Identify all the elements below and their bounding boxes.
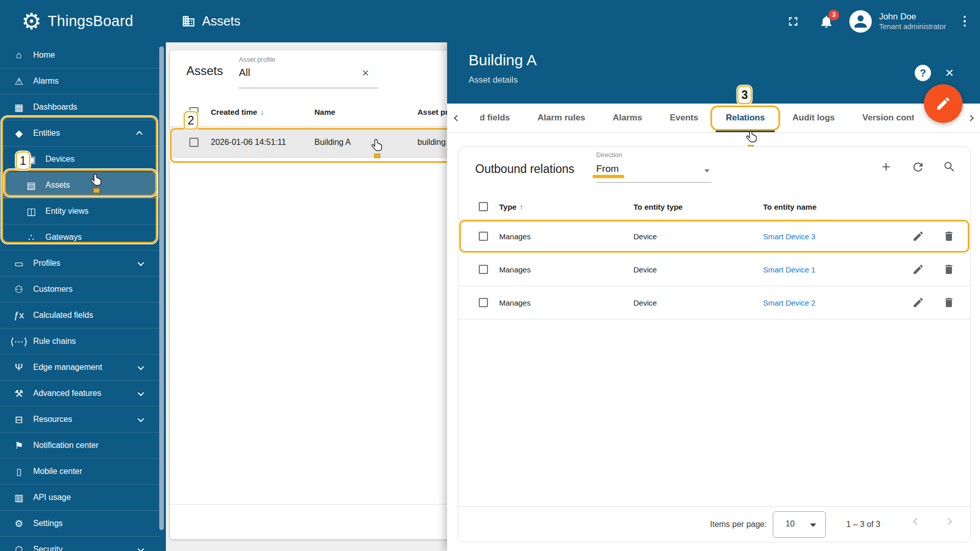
sidebar-item-label: Profiles <box>33 259 60 268</box>
column-header-type[interactable]: Type↑ <box>499 202 523 211</box>
column-header-to-entity-name[interactable]: To entity name <box>763 202 817 211</box>
refresh-icon <box>911 160 925 174</box>
sidebar-item-notification-center[interactable]: ⚑Notification center <box>0 433 160 459</box>
sidebar-item-label: Home <box>33 51 55 60</box>
tab-alarms[interactable]: Alarms <box>599 104 656 132</box>
relation-row[interactable]: ManagesDeviceSmart Device 2 <box>458 286 970 319</box>
sidebar-item-devices[interactable]: ▣Devices <box>0 146 160 172</box>
direction-value[interactable]: From <box>596 163 712 174</box>
notifications-button[interactable]: 3 <box>819 14 834 29</box>
sidebar-item-label: Resources <box>33 415 72 424</box>
tabs-scroll-left-button[interactable] <box>447 104 467 132</box>
relation-to-entity-name-link[interactable]: Smart Device 2 <box>763 298 816 307</box>
tab-events[interactable]: Events <box>656 104 712 132</box>
relation-to-entity-name-link[interactable]: Smart Device 1 <box>763 265 816 274</box>
sidebar-item-home[interactable]: ⌂Home <box>0 42 160 68</box>
sidebar-item-label: Security <box>33 545 63 551</box>
sidebar-item-label: Edge management <box>33 363 102 372</box>
sidebar-nav: ⌂Home⚠Alarms▦Dashboards◆Entities▣Devices… <box>0 42 166 551</box>
annotation-direction-underline <box>593 175 624 178</box>
more-menu-button[interactable] <box>961 13 969 30</box>
edit-relation-button[interactable] <box>912 263 924 276</box>
column-header-created-time[interactable]: Created time↓ <box>211 108 264 116</box>
sidebar-item-customers[interactable]: ⚇Customers <box>0 277 160 303</box>
help-button[interactable]: ? <box>915 65 931 81</box>
sidebar-item-alarms[interactable]: ⚠Alarms <box>0 68 160 94</box>
previous-page-button[interactable] <box>914 519 919 524</box>
row-checkbox[interactable] <box>479 298 488 307</box>
tab-label: Version control <box>863 113 914 123</box>
direction-select[interactable]: Direction From <box>596 151 712 174</box>
tab-relations[interactable]: Relations3 <box>712 104 779 132</box>
sidebar-item-gateways[interactable]: ∴Gateways <box>0 224 160 251</box>
column-header-name[interactable]: Name <box>314 108 335 116</box>
asset-created-time: 2026-01-06 14:51:11 <box>211 138 286 147</box>
resources-icon: ⊟ <box>11 414 27 425</box>
pencil-icon <box>912 230 924 242</box>
tab-label: Relations <box>726 113 765 123</box>
add-relation-button[interactable]: + <box>876 157 896 177</box>
pencil-icon <box>912 263 924 276</box>
page-title-group: Assets <box>182 0 240 42</box>
tabs-scroll-right-button[interactable] <box>961 104 980 132</box>
page-size-select[interactable]: 10 <box>773 511 826 538</box>
close-details-button[interactable]: × <box>945 65 953 81</box>
sidebar-item-security[interactable]: ☖Security <box>0 537 160 551</box>
refresh-button[interactable] <box>908 157 927 177</box>
edit-relation-button[interactable] <box>912 296 924 309</box>
sidebar-item-mobile-center[interactable]: ▯Mobile center <box>0 459 160 485</box>
sidebar-item-dashboards[interactable]: ▦Dashboards <box>0 94 160 120</box>
sidebar-scrollbar[interactable] <box>159 46 164 530</box>
avatar[interactable] <box>849 10 872 33</box>
delete-relation-button[interactable] <box>943 296 955 309</box>
next-page-button[interactable] <box>946 519 951 524</box>
relation-to-entity-name-link[interactable]: Smart Device 3 <box>763 232 816 241</box>
tab-audit-logs[interactable]: Audit logs <box>778 104 848 132</box>
sidebar-item-settings[interactable]: ⚙Settings <box>0 511 160 537</box>
sort-asc-icon: ↑ <box>520 202 524 211</box>
fullscreen-button[interactable] <box>786 14 800 29</box>
tab-alarm-rules[interactable]: Alarm rules <box>524 104 599 132</box>
asset-profile-filter-value[interactable]: All <box>239 67 382 79</box>
edit-relation-button[interactable] <box>912 230 924 242</box>
sidebar-item-calculated-fields[interactable]: ƒxCalculated fields <box>0 303 160 329</box>
sidebar-item-api-usage[interactable]: ▥API usage <box>0 485 160 511</box>
column-header-to-entity-type[interactable]: To entity type <box>633 202 682 211</box>
sidebar-item-entities[interactable]: ◆Entities <box>0 120 160 146</box>
sidebar-item-resources[interactable]: ⊟Resources <box>0 407 160 433</box>
calculated-fields-icon: ƒx <box>11 310 27 321</box>
sidebar-item-assets[interactable]: ▤Assets <box>0 172 160 198</box>
delete-relation-button[interactable] <box>943 263 955 276</box>
row-checkbox[interactable] <box>479 232 488 241</box>
sidebar-item-label: Alarms <box>33 77 59 86</box>
clear-filter-button[interactable]: × <box>362 66 369 80</box>
relation-row[interactable]: ManagesDeviceSmart Device 3 <box>458 220 970 253</box>
search-button[interactable] <box>940 157 959 177</box>
select-all-checkbox[interactable] <box>479 202 488 211</box>
relation-row[interactable]: ManagesDeviceSmart Device 1 <box>458 253 970 286</box>
notification-count-badge: 3 <box>828 10 839 20</box>
relations-table-header: Type↑ To entity type To entity name <box>458 193 970 220</box>
row-checkbox[interactable] <box>479 265 488 274</box>
sidebar-item-label: Assets <box>45 181 70 190</box>
sidebar-item-entity-views[interactable]: ◫Entity views <box>0 198 160 224</box>
asset-profile-filter[interactable]: Asset profile All <box>239 56 382 79</box>
user-name: John Doe <box>879 11 946 22</box>
tab-version-control[interactable]: Version control <box>849 104 927 132</box>
sidebar-item-profiles[interactable]: ▭Profiles <box>0 251 160 277</box>
delete-relation-button[interactable] <box>943 230 955 242</box>
thingsboard-logo[interactable]: ⚙ ThingsBoard <box>21 0 133 42</box>
tab-calculated-fields[interactable]: Calculated fields <box>467 104 524 132</box>
sidebar-item-advanced-features[interactable]: ⚒Advanced features <box>0 381 160 407</box>
sidebar-item-label: Advanced features <box>33 389 101 398</box>
relation-to-entity-type: Device <box>633 265 657 274</box>
sidebar-item-rule-chains[interactable]: ⟨⋯⟩Rule chains <box>0 329 160 355</box>
building-icon <box>182 14 195 28</box>
sidebar-item-edge-management[interactable]: ΨEdge management <box>0 355 160 381</box>
chevron-right-icon <box>967 115 974 121</box>
select-all-checkbox[interactable] <box>189 107 199 116</box>
alarms-icon: ⚠ <box>11 76 27 87</box>
edit-asset-fab[interactable] <box>924 84 963 123</box>
row-checkbox[interactable] <box>189 138 199 147</box>
security-icon: ☖ <box>11 544 27 551</box>
